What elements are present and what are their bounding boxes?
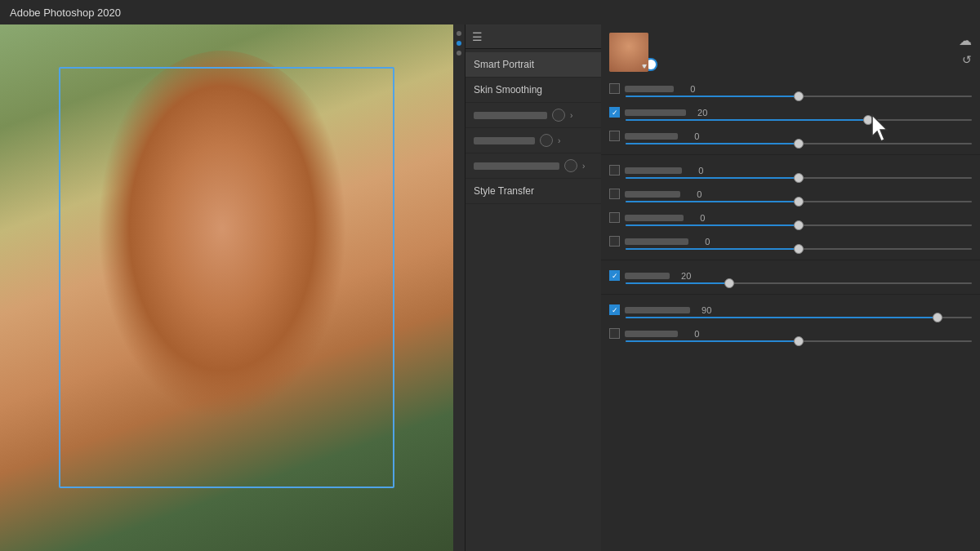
adjustment-section-2: 20 [601, 102, 980, 126]
adj-checkbox-3[interactable] [609, 131, 620, 141]
slider-handle-10[interactable] [794, 336, 804, 346]
adj-checkbox-9[interactable] [609, 304, 620, 315]
slider-handle-3[interactable] [794, 139, 804, 149]
adj-row-2: 20 [601, 104, 980, 118]
adj-value-5: 0 [685, 189, 702, 199]
right-panel: ▾ ☁ ↺ 0 [601, 24, 980, 551]
slider-handle-4[interactable] [794, 173, 804, 183]
slider-handle-7[interactable] [794, 244, 804, 254]
adj-checkbox-7[interactable] [609, 236, 620, 247]
adj-label-bar-1 [625, 86, 674, 92]
reset-icon[interactable]: ↺ [962, 53, 972, 66]
slider-row-3 [601, 141, 980, 148]
slider-row-6 [601, 223, 980, 229]
slider-row-10 [601, 339, 980, 345]
filter-radio[interactable] [540, 134, 553, 147]
adjustment-section-1: 0 [601, 78, 980, 102]
adj-checkbox-4[interactable] [609, 165, 620, 176]
adj-row-7: 0 [601, 233, 980, 247]
adjustment-section-5: 0 [601, 184, 980, 207]
adj-checkbox-6[interactable] [609, 212, 620, 223]
adj-row-4: 0 [601, 162, 980, 176]
adj-row-10: 0 [601, 325, 980, 339]
slider-track-1[interactable] [626, 96, 972, 97]
slider-fill-8 [626, 282, 729, 284]
right-panel-actions: ☁ ↺ [959, 33, 972, 66]
divider-2 [601, 260, 980, 260]
thumb-face [609, 33, 648, 72]
adj-label-bar-5 [625, 191, 680, 198]
adj-value-3: 0 [683, 131, 699, 141]
adj-row-5: 0 [601, 185, 980, 199]
portrait-thumbnail[interactable]: ▾ [609, 33, 648, 72]
slider-track-2[interactable] [626, 119, 972, 121]
filter-radio[interactable] [552, 109, 565, 122]
adj-label-bar-10 [625, 331, 678, 337]
slider-row-5 [601, 199, 980, 206]
slider-fill-2 [626, 119, 868, 121]
slider-track-8[interactable] [626, 282, 972, 284]
chevron-icon: › [558, 136, 560, 145]
adjustment-section-9: 90 [601, 300, 980, 323]
title-bar: Adobe Photoshop 2020 [0, 0, 980, 24]
app-title: Adobe Photoshop 2020 [10, 7, 121, 19]
adj-label-bar-8 [625, 273, 670, 279]
adj-checkbox-10[interactable] [609, 328, 620, 339]
slider-fill-5 [626, 201, 799, 202]
slider-handle-2[interactable] [863, 115, 873, 125]
slider-row-4 [601, 176, 980, 182]
slider-handle-6[interactable] [794, 220, 804, 230]
slider-track-9[interactable] [626, 317, 972, 318]
adj-label-bar-7 [625, 238, 688, 245]
slider-fill-9 [626, 317, 937, 318]
divider-3 [601, 294, 980, 295]
thumb-dropdown-icon: ▾ [642, 62, 646, 70]
sidebar-dot-active [457, 41, 461, 46]
adj-value-1: 0 [679, 84, 695, 94]
slider-fill-4 [626, 177, 799, 179]
adj-checkbox-5[interactable] [609, 189, 620, 199]
adj-value-4: 0 [687, 166, 703, 176]
adj-row-6: 0 [601, 209, 980, 223]
adj-row-9: 90 [601, 301, 980, 315]
slider-row-8 [601, 281, 980, 287]
chevron-icon: › [570, 111, 572, 120]
divider-1 [601, 154, 980, 155]
slider-track-5[interactable] [626, 201, 972, 202]
slider-fill-6 [626, 224, 799, 226]
adj-value-7: 0 [693, 237, 710, 247]
adjustment-section-6: 0 [601, 207, 980, 231]
adj-row-1: 0 [601, 80, 980, 94]
adjustment-section-10: 0 [601, 323, 980, 347]
sidebar-dots [453, 24, 466, 551]
slider-track-3[interactable] [626, 143, 972, 144]
adj-checkbox-1[interactable] [609, 83, 620, 94]
slider-track-7[interactable] [626, 248, 972, 250]
cloud-icon[interactable]: ☁ [959, 33, 972, 48]
slider-handle-5[interactable] [794, 197, 804, 207]
slider-track-6[interactable] [626, 224, 972, 226]
slider-row-9 [601, 315, 980, 322]
adj-row-8: 20 [601, 267, 980, 281]
slider-handle-9[interactable] [933, 313, 942, 322]
slider-handle-8[interactable] [724, 278, 734, 288]
adj-label-bar-3 [625, 133, 678, 140]
filter-icon: ☰ [472, 30, 483, 43]
slider-track-10[interactable] [626, 340, 972, 342]
slider-handle-1[interactable] [794, 91, 804, 101]
adj-label-bar-2 [625, 109, 686, 116]
sidebar-dot [457, 51, 461, 56]
adj-checkbox-8[interactable] [609, 270, 620, 281]
slider-fill-1 [626, 96, 799, 97]
right-panel-header: ▾ ☁ ↺ [601, 29, 980, 78]
slider-row-2 [601, 118, 980, 124]
slider-track-4[interactable] [626, 177, 972, 179]
adj-value-9: 90 [695, 305, 711, 315]
slider-fill-7 [626, 248, 799, 250]
adjustment-section-3: 0 [601, 126, 980, 149]
filter-radio[interactable] [564, 159, 577, 172]
adjustment-section-7: 0 [601, 231, 980, 255]
filter-side: ☰ Smart Portrait › Skin Smoothing › [453, 24, 601, 551]
adj-checkbox-2[interactable] [609, 107, 620, 118]
adj-label-bar-4 [625, 167, 682, 174]
